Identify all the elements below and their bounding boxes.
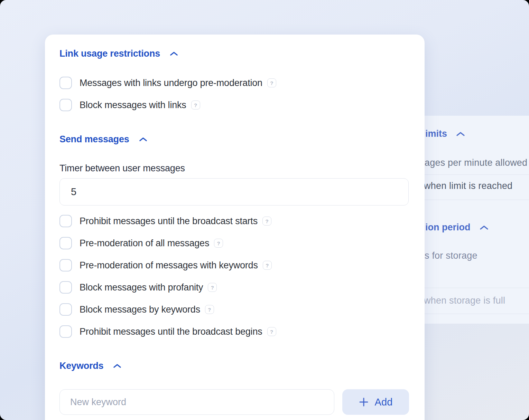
chevron-up-icon xyxy=(139,137,147,142)
chevron-up-icon xyxy=(456,131,465,137)
help-icon[interactable]: ? xyxy=(267,78,276,87)
side-field-label: s for storage xyxy=(425,250,477,261)
checkbox-label: Block messages with profanity xyxy=(80,282,203,293)
checkbox[interactable] xyxy=(59,259,72,271)
checkbox-label: Pre-moderation of messages with keywords xyxy=(80,260,258,271)
section-title: Keywords xyxy=(59,361,103,371)
checkbox-label: Prohibit messages until the broadcast be… xyxy=(80,326,262,337)
side-field-label: when limit is reached xyxy=(424,181,512,191)
side-field-placeholder: when storage is full xyxy=(424,295,505,306)
chevron-up-icon xyxy=(170,51,178,56)
checkbox[interactable] xyxy=(59,325,72,338)
checkbox-label: Block messages with links xyxy=(80,100,186,111)
checkbox[interactable] xyxy=(59,77,72,89)
help-icon[interactable]: ? xyxy=(214,239,223,248)
add-keyword-button[interactable]: Add xyxy=(342,389,409,415)
timer-field-label: Timer between user messages xyxy=(59,163,185,174)
checkbox[interactable] xyxy=(59,303,72,316)
help-icon[interactable]: ? xyxy=(267,327,276,336)
timer-input[interactable] xyxy=(59,178,409,206)
checkbox[interactable] xyxy=(59,237,72,249)
checkbox-row-prohibit-until-starts: Prohibit messages until the broadcast st… xyxy=(59,215,271,227)
side-section-limits-heading[interactable]: imits xyxy=(425,128,465,139)
moderation-settings-card: Link usage restrictions Messages with li… xyxy=(45,35,425,420)
side-limits-title-fragment: imits xyxy=(425,128,447,139)
new-keyword-input[interactable] xyxy=(59,389,334,415)
side-retention-title-fragment: ion period xyxy=(425,222,471,233)
plus-icon xyxy=(359,397,369,407)
help-icon[interactable]: ? xyxy=(205,305,214,314)
section-link-usage-restrictions[interactable]: Link usage restrictions xyxy=(59,48,178,59)
side-section-retention-heading[interactable]: ion period xyxy=(425,222,489,233)
checkbox-label: Messages with links undergo pre-moderati… xyxy=(80,78,262,88)
checkbox-label: Block messages by keywords xyxy=(80,304,200,315)
checkbox[interactable] xyxy=(59,215,72,227)
checkbox-label: Prohibit messages until the broadcast st… xyxy=(80,216,258,227)
checkbox-row-block-links: Block messages with links ? xyxy=(59,99,200,111)
help-icon[interactable]: ? xyxy=(262,217,271,226)
section-title: Link usage restrictions xyxy=(59,48,160,59)
app-screen: imits ages per minute allowed when limit… xyxy=(0,0,529,420)
chevron-up-icon xyxy=(480,225,489,230)
chevron-up-icon xyxy=(113,363,121,369)
help-icon[interactable]: ? xyxy=(208,283,217,292)
add-button-label: Add xyxy=(374,397,392,408)
section-keywords[interactable]: Keywords xyxy=(59,361,121,371)
checkbox-row-block-by-keywords: Block messages by keywords ? xyxy=(59,303,214,316)
checkbox-row-premoderation-keywords: Pre-moderation of messages with keywords… xyxy=(59,259,272,271)
checkbox-row-prohibit-until-begins: Prohibit messages until the broadcast be… xyxy=(59,325,276,338)
help-icon[interactable]: ? xyxy=(263,261,272,270)
checkbox[interactable] xyxy=(59,99,72,111)
section-title: Send messages xyxy=(59,134,129,145)
checkbox-row-links-premoderation: Messages with links undergo pre-moderati… xyxy=(59,77,276,89)
checkbox-row-premoderation-all: Pre-moderation of all messages ? xyxy=(59,237,223,249)
side-field-label: ages per minute allowed xyxy=(425,158,527,168)
checkbox[interactable] xyxy=(59,281,72,294)
checkbox-row-block-profanity: Block messages with profanity ? xyxy=(59,281,217,294)
checkbox-label: Pre-moderation of all messages xyxy=(80,238,209,249)
section-send-messages[interactable]: Send messages xyxy=(59,134,147,145)
help-icon[interactable]: ? xyxy=(191,101,200,109)
